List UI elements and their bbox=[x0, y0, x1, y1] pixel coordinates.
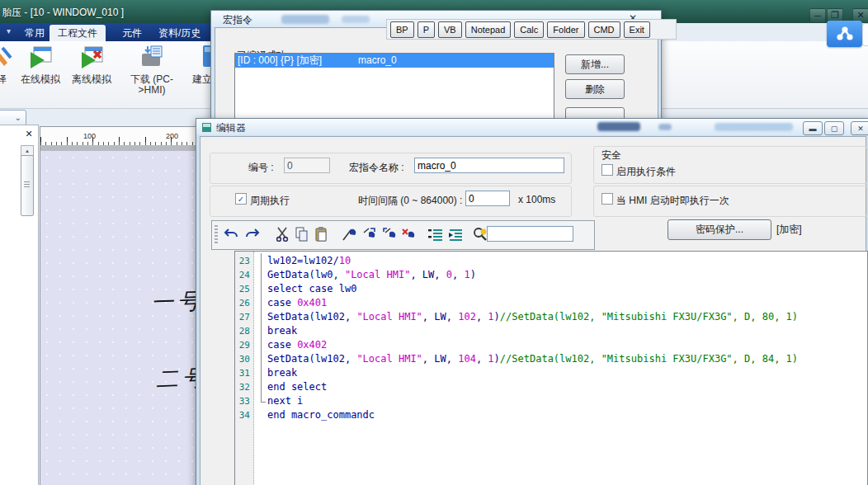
bookmark-toggle-icon[interactable] bbox=[342, 226, 358, 242]
code-line[interactable]: select case lw0 bbox=[255, 282, 867, 296]
paste-icon[interactable] bbox=[314, 226, 330, 242]
macro-id-input[interactable] bbox=[284, 158, 330, 173]
cut-icon[interactable] bbox=[274, 226, 290, 242]
delete-macro-button[interactable]: 删除 bbox=[565, 79, 625, 99]
code-token: , bbox=[452, 269, 464, 280]
code-line[interactable]: case 0x402 bbox=[255, 338, 867, 352]
toolbar-offline-simulation[interactable]: 离线模拟 bbox=[66, 45, 117, 85]
minimize-icon[interactable]: ─ bbox=[809, 8, 826, 22]
netdisk-badge[interactable] bbox=[827, 21, 862, 47]
indent-list-icon[interactable] bbox=[427, 226, 444, 242]
code-line[interactable]: GetData(lw0, "Local HMI", LW, 0, 1) bbox=[255, 268, 867, 282]
launcher-cmd-button[interactable]: CMD bbox=[588, 21, 620, 38]
editor-minimize-icon[interactable]: ▬ bbox=[803, 121, 823, 135]
password-protect-button[interactable]: 密码保护... bbox=[668, 219, 771, 240]
editor-dialog: 编辑器 ▬ ▢ ✕ 编号 : 宏指令名称 : 安全 启用执行条件 ✓ 周期执行 … bbox=[196, 118, 868, 485]
macro-list[interactable]: [ID : 000] {P} [加密] macro_0 bbox=[234, 53, 554, 119]
editor-close-icon[interactable]: ✕ bbox=[851, 121, 868, 135]
netdisk-logo-icon bbox=[834, 25, 856, 43]
scrollbar-grip-icon bbox=[24, 181, 30, 187]
code-line[interactable]: SetData(lw102, "Local HMI", LW, 102, 1)/… bbox=[255, 310, 867, 324]
code-token: , LW, bbox=[422, 353, 458, 365]
launcher-bp-button[interactable]: BP bbox=[390, 21, 414, 38]
code-line[interactable]: end macro_commandc bbox=[255, 408, 867, 422]
launcher-calc-button[interactable]: Calc bbox=[514, 21, 544, 38]
launcher-p-button[interactable]: P bbox=[417, 21, 435, 38]
macro-name-input[interactable] bbox=[414, 158, 564, 173]
macro-list-item[interactable]: [ID : 000] {P} [加密] macro_0 bbox=[235, 54, 554, 68]
canvas-text-no2[interactable]: 二号 bbox=[155, 363, 198, 394]
code-token: ) bbox=[470, 269, 476, 280]
edge-tab[interactable] bbox=[862, 23, 868, 46]
find-input[interactable] bbox=[487, 226, 573, 242]
code-line[interactable]: break bbox=[255, 324, 867, 338]
code-token: //SetData(lw102, "Mitsubishi FX3U/FX3G",… bbox=[500, 353, 798, 365]
bookmark-next-icon[interactable] bbox=[361, 226, 378, 242]
code-line[interactable]: case 0x401 bbox=[255, 296, 867, 310]
code-token: "Local HMI" bbox=[356, 311, 422, 323]
editor-titlebar[interactable]: 编辑器 ▬ ▢ ✕ bbox=[196, 119, 868, 135]
macro-name-label: 宏指令名称 : bbox=[349, 161, 404, 175]
launcher-folder-button[interactable]: Folder bbox=[547, 21, 584, 38]
toolbar-download-pc-hmi[interactable]: 下载 (PC- >HMI) bbox=[124, 45, 180, 96]
toolbar-compile[interactable]: 译 bbox=[0, 45, 13, 85]
code-line[interactable]: SetData(lw102, "Local HMI", LW, 104, 1)/… bbox=[255, 352, 867, 366]
editor-app-icon bbox=[202, 123, 211, 132]
line-number: 23 bbox=[235, 254, 253, 268]
exec-condition-checkbox[interactable] bbox=[601, 164, 613, 176]
launcher-exit-button[interactable]: Exit bbox=[624, 21, 650, 38]
canvas-text-no1[interactable]: 一号 bbox=[150, 286, 198, 318]
line-number: 29 bbox=[235, 338, 253, 352]
macro-item-id: [ID : 000] {P} [加密] bbox=[238, 54, 322, 68]
tab-common[interactable]: 常用 bbox=[17, 25, 53, 41]
tab-data-history[interactable]: 资料/历史 bbox=[150, 25, 209, 41]
code-token: ) bbox=[494, 311, 500, 323]
startup-checkbox[interactable] bbox=[601, 193, 613, 205]
window-title: 胎压 - [10 - WINDOW_010 ] bbox=[2, 6, 124, 20]
zoom-combobox[interactable]: ⌄ bbox=[0, 110, 26, 126]
outdent-list-icon[interactable] bbox=[447, 226, 464, 242]
code-line[interactable]: end select bbox=[255, 380, 867, 394]
download-icon bbox=[139, 45, 164, 69]
launcher-notepad-button[interactable]: Notepad bbox=[465, 21, 512, 38]
toolbar-online-simulation[interactable]: 在线模拟 bbox=[15, 45, 66, 85]
ribbon-customize-icon[interactable]: ▾ bbox=[7, 26, 11, 35]
build-icon bbox=[193, 45, 211, 69]
code-line[interactable]: break bbox=[255, 366, 867, 380]
periodic-checkbox[interactable]: ✓ bbox=[235, 193, 247, 205]
new-macro-button[interactable]: 新增... bbox=[565, 54, 625, 74]
compile-wrench-icon bbox=[0, 45, 12, 69]
code-line[interactable]: lw102=lw102/10 bbox=[255, 254, 867, 268]
editor-maximize-icon[interactable]: ▢ bbox=[824, 121, 844, 135]
code-token: 104 bbox=[458, 353, 476, 365]
code-token: GetData(lw0, bbox=[267, 269, 345, 280]
interval-label: 时间间隔 (0 ~ 864000) : bbox=[358, 194, 462, 208]
interval-input[interactable] bbox=[465, 191, 510, 206]
scrollbar-thumb[interactable] bbox=[21, 155, 34, 216]
blurred-text bbox=[597, 122, 640, 131]
code-editor[interactable]: 232425262728293031323334 lw102=lw102/10G… bbox=[234, 251, 868, 485]
line-number: 27 bbox=[235, 310, 253, 324]
code-token: 10 bbox=[339, 255, 351, 266]
design-canvas[interactable]: 一号 二号 bbox=[40, 151, 198, 485]
code-token: 0x402 bbox=[297, 339, 327, 351]
redo-icon[interactable] bbox=[244, 226, 261, 242]
bookmark-clear-icon[interactable] bbox=[401, 226, 417, 242]
find-icon[interactable] bbox=[472, 226, 488, 242]
macro-item-name: macro_0 bbox=[358, 54, 397, 68]
blurred-text bbox=[342, 16, 370, 23]
undo-icon[interactable] bbox=[223, 226, 239, 242]
tab-object[interactable]: 元件 bbox=[114, 25, 150, 41]
launcher-vb-button[interactable]: VB bbox=[438, 21, 462, 38]
ruler-label-100: 100 bbox=[83, 132, 96, 140]
line-number: 28 bbox=[235, 324, 253, 338]
tab-project-file[interactable]: 工程文件 bbox=[50, 25, 106, 41]
code-token: , bbox=[476, 353, 488, 365]
code-area-lines[interactable]: lw102=lw102/10GetData(lw0, "Local HMI", … bbox=[255, 252, 867, 485]
copy-icon[interactable] bbox=[294, 226, 310, 242]
panel-close-icon[interactable]: ✕ bbox=[23, 129, 35, 139]
chevron-down-icon: ⌄ bbox=[15, 113, 21, 122]
encrypted-label: [加密] bbox=[776, 223, 802, 237]
code-line[interactable]: next i bbox=[255, 394, 867, 408]
bookmark-prev-icon[interactable] bbox=[381, 226, 398, 242]
